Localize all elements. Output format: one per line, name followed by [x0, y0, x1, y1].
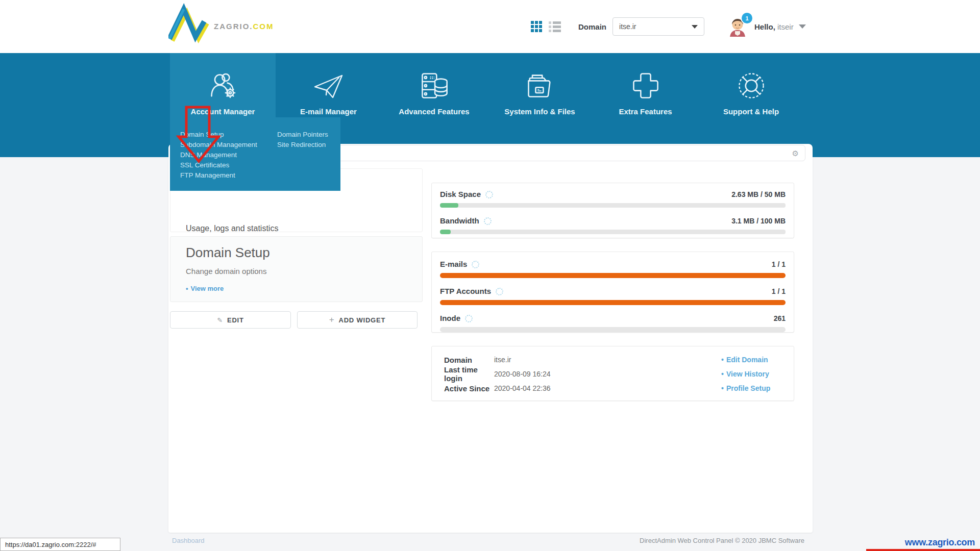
dropdown-item-site-redirection[interactable]: Site Redirection: [277, 140, 328, 150]
bullet-icon: •: [186, 285, 188, 292]
refresh-icon[interactable]: [472, 261, 479, 268]
dropdown-col2: Domain PointersSite Redirection: [277, 130, 328, 191]
nav-item-label: Extra Features: [619, 107, 672, 116]
content-card: ⚙ Usage, logs and statistics •View more …: [168, 144, 813, 533]
refresh-icon[interactable]: [485, 191, 493, 198]
gear-icon[interactable]: ⚙: [792, 149, 799, 157]
stat-value: 1 / 1: [772, 259, 786, 269]
avatar[interactable]: 1: [727, 16, 748, 37]
bullet-icon: •: [721, 370, 724, 378]
progress-fill: [440, 273, 786, 278]
refresh-icon[interactable]: [484, 217, 492, 225]
domain-info-row: Last time login 2020-08-09 16:24 •View H…: [432, 367, 794, 381]
domain-select[interactable]: itse.ir: [612, 17, 704, 36]
lifebuoy-icon: [736, 69, 767, 102]
progress-track: [440, 300, 786, 305]
dashboard-link[interactable]: Dashboard: [172, 537, 205, 544]
stat-label: FTP Accounts: [440, 286, 491, 296]
stat-row: Disk Space 2.63 MB / 50 MB: [440, 189, 786, 208]
account-manager-dropdown: Domain SetupSubdomain ManagementDNS Mana…: [170, 117, 340, 191]
info-value: 2020-08-09 16:24: [494, 370, 721, 378]
user-greeting[interactable]: Hello, itseir: [754, 22, 794, 31]
stat-value: 2.63 MB / 50 MB: [731, 189, 786, 199]
domain-select-value: itse.ir: [619, 22, 636, 31]
watermark: www.zagrio.com: [905, 537, 975, 548]
nav-item-label: Support & Help: [723, 107, 779, 116]
resource-usage-card: Disk Space 2.63 MB / 50 MB Bandwidth 3.1…: [431, 183, 794, 238]
stat-row: E-mails 1 / 1: [440, 259, 786, 278]
nav-item-label: System Info & Files: [504, 107, 575, 116]
info-label: Active Since: [444, 384, 494, 393]
footer-credit: DirectAdmin Web Control Panel © 2020 JBM…: [640, 537, 804, 544]
stat-value: 261: [774, 313, 786, 323]
progress-fill: [440, 230, 451, 234]
info-label: Domain: [444, 356, 494, 364]
logo[interactable]: ZAGRIO.COM: [168, 2, 274, 47]
folder-icon: [525, 69, 555, 102]
bullet-icon: •: [721, 356, 724, 364]
domain-info-row: Domain itse.ir •Edit Domain: [432, 353, 794, 367]
quota-usage-card: E-mails 1 / 1 FTP Accounts 1 / 1 Inode 2…: [431, 252, 794, 333]
logo-zigzag-icon: [168, 2, 217, 47]
progress-track: [440, 327, 786, 332]
quota-rows: E-mails 1 / 1 FTP Accounts 1 / 1 Inode 2…: [440, 259, 786, 332]
nav-item-label: E-mail Manager: [300, 107, 357, 116]
usage-card-title: Usage, logs and statistics: [186, 224, 407, 233]
chevron-down-icon: [692, 25, 698, 29]
edit-domain-link[interactable]: •Edit Domain: [721, 356, 768, 364]
domain-setup-title: Domain Setup: [186, 245, 407, 261]
stat-row: Bandwidth 3.1 MB / 100 MB: [440, 216, 786, 234]
resource-rows: Disk Space 2.63 MB / 50 MB Bandwidth 3.1…: [440, 189, 786, 234]
progress-fill: [440, 300, 786, 305]
edit-button[interactable]: ✎ EDIT: [170, 311, 291, 329]
header-controls: Domain itse.ir 1 Hello, itseir: [531, 0, 806, 53]
main-navigation: Account Manager E-mail Manager Advanced …: [0, 53, 980, 157]
grid-view-icon[interactable]: [531, 21, 543, 33]
plus-icon: [630, 69, 661, 102]
page: ZAGRIO.COM: [0, 0, 980, 551]
domain-label: Domain: [578, 22, 606, 31]
info-value: itse.ir: [494, 356, 721, 364]
nav-item-label: Account Manager: [191, 107, 255, 116]
dropdown-item-domain-pointers[interactable]: Domain Pointers: [277, 130, 328, 140]
progress-track: [440, 273, 786, 278]
dropdown-col1: Domain SetupSubdomain ManagementDNS Mana…: [180, 130, 277, 191]
stat-label: Disk Space: [440, 189, 481, 199]
pencil-icon: ✎: [217, 316, 223, 324]
add-widget-button[interactable]: + ADD WIDGET: [297, 311, 418, 329]
stat-value: 3.1 MB / 100 MB: [731, 216, 786, 226]
progress-track: [440, 230, 786, 234]
dropdown-item-dns-management[interactable]: DNS Management: [180, 150, 277, 160]
dropdown-item-ftp-management[interactable]: FTP Management: [180, 170, 277, 181]
domain-info-row: Active Since 2020-04-04 22:36 •Profile S…: [432, 381, 794, 395]
header: ZAGRIO.COM: [0, 0, 980, 53]
setup-view-more-link[interactable]: •View more: [186, 285, 224, 292]
notification-badge[interactable]: 1: [741, 12, 753, 24]
bullet-icon: •: [721, 384, 724, 392]
domain-setup-subtitle: Change domain options: [186, 267, 407, 276]
user-menu-caret-icon[interactable]: [799, 24, 806, 29]
info-rows: Domain itse.ir •Edit Domain Last time lo…: [432, 353, 794, 395]
nav-item-system-info-files[interactable]: System Info & Files: [487, 53, 593, 157]
users-gear-icon: [208, 69, 238, 102]
refresh-icon[interactable]: [465, 315, 473, 322]
refresh-icon[interactable]: [496, 288, 503, 295]
info-label: Last time login: [444, 365, 494, 383]
paper-plane-icon: [312, 69, 345, 102]
dropdown-item-domain-setup[interactable]: Domain Setup: [180, 130, 277, 140]
domain-setup-card: Domain Setup Change domain options •View…: [170, 236, 423, 302]
profile-setup-link[interactable]: •Profile Setup: [721, 384, 770, 392]
plus-icon: +: [329, 315, 335, 325]
stat-label: Bandwidth: [440, 216, 479, 226]
list-view-icon[interactable]: [549, 21, 561, 32]
nav-item-support-help[interactable]: Support & Help: [698, 53, 804, 157]
server-db-icon: [419, 69, 450, 102]
dropdown-item-subdomain-management[interactable]: Subdomain Management: [180, 140, 277, 150]
stat-value: 1 / 1: [772, 286, 786, 296]
nav-item-extra-features[interactable]: Extra Features: [593, 53, 698, 157]
view-history-link[interactable]: •View History: [721, 370, 769, 378]
nav-item-label: Advanced Features: [399, 107, 469, 116]
dropdown-item-ssl-certificates[interactable]: SSL Certificates: [180, 160, 277, 170]
stat-row: Inode 261: [440, 313, 786, 332]
nav-item-advanced-features[interactable]: Advanced Features: [381, 53, 487, 157]
